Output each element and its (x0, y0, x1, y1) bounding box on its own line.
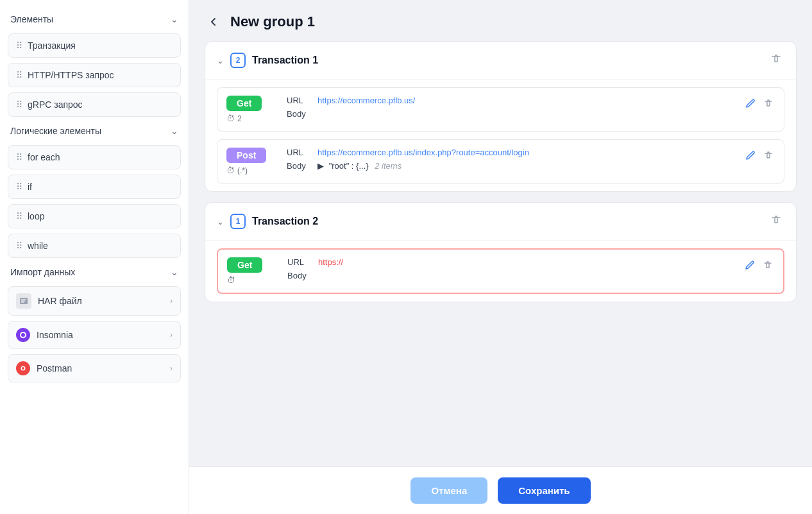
delete-button-3[interactable] (761, 259, 774, 274)
sidebar-item-for-each[interactable]: ⠿ for each (8, 145, 181, 169)
drag-handle-icon: ⠿ (16, 152, 22, 162)
import-har-label: HAR файл (38, 296, 82, 306)
transaction-1-badge: 2 (230, 53, 246, 68)
import-item-insomnia[interactable]: Insomnia › (8, 321, 181, 349)
body-label-1: Body (287, 109, 312, 119)
request-2-method-block: Post ⏱ (.*) (226, 148, 278, 175)
sidebar-item-transaction[interactable]: ⠿ Транзакция (8, 33, 181, 58)
timer-row-1: ⏱ 2 (226, 114, 242, 123)
detail-url-row-1: URL https://ecommerce.pflb.us/ (287, 96, 735, 105)
save-button[interactable]: Сохранить (498, 477, 590, 504)
url-label-1: URL (287, 96, 312, 105)
transaction-2-body: Get ⏱ URL https:// Body (205, 241, 796, 302)
timer-suffix-1: 2 (237, 114, 242, 123)
import-insomnia-label: Insomnia (37, 330, 73, 340)
detail-body-row-2: Body ▶ "root" : {...} 2 items (287, 161, 735, 171)
detail-body-row-3: Body (287, 271, 734, 280)
sidebar: Элементы ⌄ ⠿ Транзакция ⠿ HTTP/HTTPS зап… (0, 0, 189, 514)
request-3-details: URL https:// Body (287, 257, 734, 280)
url-value-3: https:// (318, 257, 343, 267)
sidebar-item-for-each-label: for each (28, 152, 60, 162)
timer-icon-2: ⏱ (226, 166, 235, 175)
drag-handle-icon: ⠿ (16, 241, 22, 251)
transaction-1-title: Transaction 1 (252, 55, 761, 66)
body-json-key: "root" : {...} (329, 161, 369, 171)
request-1-method-block: Get ⏱ 2 (226, 96, 278, 123)
sidebar-item-loop[interactable]: ⠿ loop (8, 204, 181, 228)
request-2-actions (744, 148, 775, 164)
har-chevron-icon: › (170, 296, 173, 305)
request-row-1: Get ⏱ 2 URL https://ecommerce.pflb.us/ B… (217, 87, 784, 132)
drag-handle-icon: ⠿ (16, 70, 22, 80)
drag-handle-icon: ⠿ (16, 182, 22, 192)
page-title: New group 1 (230, 13, 315, 30)
timer-row-3: ⏱ (227, 275, 238, 285)
svg-point-5 (21, 333, 25, 337)
sidebar-item-http-label: HTTP/HTTPS запрос (28, 70, 114, 80)
elements-section-title: Элементы (10, 14, 53, 24)
postman-icon (16, 361, 30, 375)
sidebar-item-transaction-label: Транзакция (28, 40, 76, 51)
transaction-1-delete-btn[interactable] (768, 51, 784, 70)
timer-icon: ⏱ (226, 114, 235, 123)
har-icon (16, 293, 31, 309)
elements-section-header[interactable]: Элементы ⌄ (8, 10, 181, 28)
transaction-2-collapse-btn[interactable]: ⌄ (217, 217, 224, 227)
edit-button-1[interactable] (744, 97, 757, 112)
url-value-1: https://ecommerce.pflb.us/ (317, 96, 415, 105)
transaction-1-header: ⌄ 2 Transaction 1 (205, 42, 796, 80)
request-3-actions (743, 257, 774, 274)
sidebar-item-grpc-label: gRPC запрос (28, 99, 83, 110)
import-postman-label: Postman (37, 363, 72, 373)
sidebar-item-http-request[interactable]: ⠿ HTTP/HTTPS запрос (8, 63, 181, 87)
body-value-2: ▶ "root" : {...} 2 items (317, 161, 402, 171)
request-row-3: Get ⏱ URL https:// Body (217, 248, 784, 294)
transaction-1-body: Get ⏱ 2 URL https://ecommerce.pflb.us/ B… (205, 80, 796, 191)
insomnia-chevron-icon: › (170, 330, 173, 339)
body-label-3: Body (287, 271, 313, 280)
sidebar-item-if[interactable]: ⠿ if (8, 175, 181, 199)
transaction-2-badge: 1 (230, 214, 246, 229)
delete-button-2[interactable] (762, 149, 775, 164)
main-panel: New group 1 ⌄ 2 Transaction 1 Get (189, 0, 812, 514)
delete-button-1[interactable] (762, 97, 775, 112)
import-section-header[interactable]: Импорт данных ⌄ (8, 263, 181, 281)
sidebar-item-while-label: while (28, 241, 48, 251)
timer-suffix-2: (.*) (237, 166, 248, 175)
request-1-details: URL https://ecommerce.pflb.us/ Body (287, 96, 735, 119)
import-chevron-icon: ⌄ (171, 267, 178, 277)
edit-button-2[interactable] (744, 149, 757, 164)
detail-url-row-2: URL https://ecommerce.pflb.us/index.php?… (287, 148, 735, 157)
cancel-button[interactable]: Отмена (410, 477, 487, 504)
transaction-2-delete-btn[interactable] (768, 212, 784, 231)
transaction-1-collapse-btn[interactable]: ⌄ (217, 56, 224, 65)
detail-body-row-1: Body (287, 109, 735, 119)
logic-chevron-icon: ⌄ (171, 126, 178, 136)
transaction-card-1: ⌄ 2 Transaction 1 Get ⏱ 2 (205, 41, 797, 192)
detail-url-row-3: URL https:// (287, 257, 734, 267)
drag-handle-icon: ⠿ (16, 99, 22, 110)
url-label-3: URL (287, 257, 313, 267)
timer-icon-3: ⏱ (227, 275, 235, 285)
insomnia-icon (16, 328, 30, 342)
sidebar-item-loop-label: loop (28, 211, 44, 221)
back-button[interactable] (205, 13, 223, 31)
postman-chevron-icon: › (170, 364, 173, 373)
sidebar-item-grpc-request[interactable]: ⠿ gRPC запрос (8, 92, 181, 117)
post-method-badge: Post (226, 148, 266, 163)
sidebar-item-while[interactable]: ⠿ while (8, 234, 181, 258)
main-footer: Отмена Сохранить (189, 467, 812, 514)
import-item-postman[interactable]: Postman › (8, 354, 181, 382)
edit-button-3[interactable] (743, 259, 756, 274)
import-item-har[interactable]: HAR файл › (8, 286, 181, 316)
timer-row-2: ⏱ (.*) (226, 166, 248, 175)
svg-point-8 (22, 367, 24, 370)
logic-section-title: Логические элементы (10, 126, 101, 136)
request-3-method-block: Get ⏱ (227, 257, 278, 285)
request-1-actions (744, 96, 775, 112)
logic-section-header[interactable]: Логические элементы ⌄ (8, 122, 181, 140)
get-method-badge: Get (226, 96, 262, 111)
main-header: New group 1 (189, 0, 812, 41)
transaction-2-title: Transaction 2 (252, 216, 761, 227)
body-label-2: Body (287, 161, 312, 171)
